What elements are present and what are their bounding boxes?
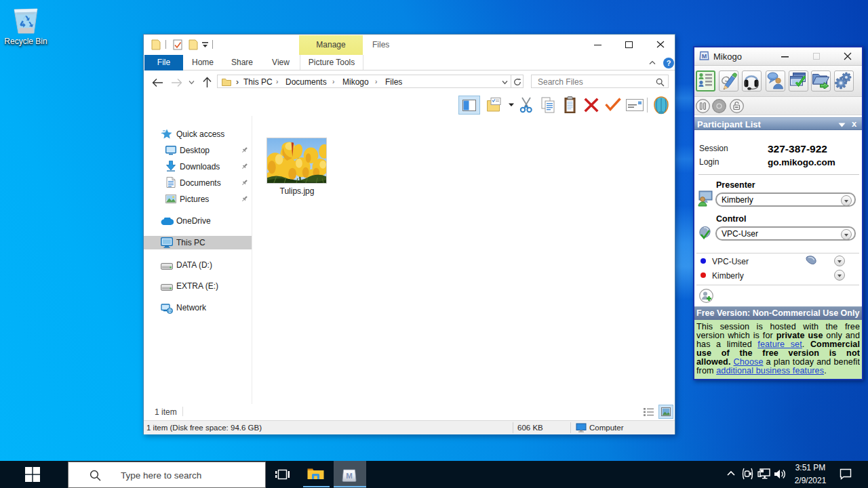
- svg-text:M: M: [702, 53, 707, 60]
- svg-text:2/9/2021: 2/9/2021: [795, 476, 827, 485]
- svg-text:M: M: [346, 472, 353, 480]
- svg-text:3:51 PM: 3:51 PM: [795, 463, 826, 472]
